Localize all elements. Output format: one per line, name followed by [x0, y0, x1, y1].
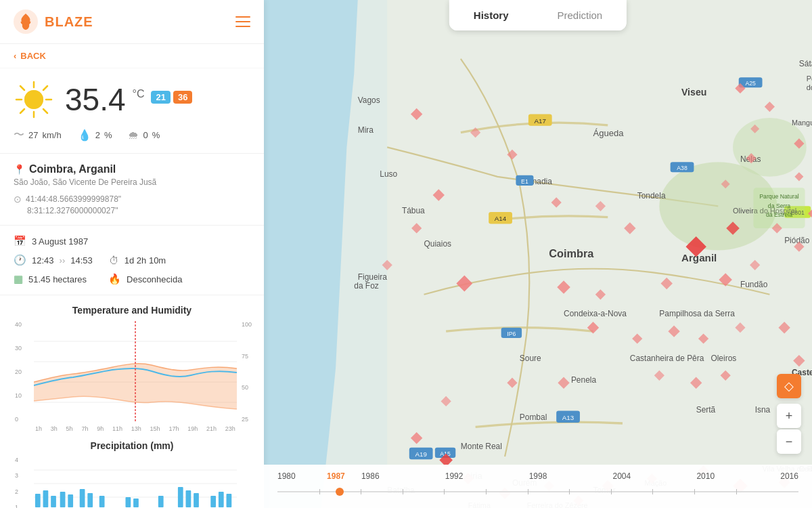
svg-rect-19 — [35, 494, 41, 507]
humidity-stat: 💧 2 % — [78, 129, 112, 142]
tick — [361, 489, 361, 494]
temp-humidity-chart: 403020100 100755025 — [34, 321, 237, 423]
svg-text:Tondela: Tondela — [637, 191, 666, 200]
svg-line-9 — [20, 109, 24, 113]
chart-x-labels: 1h3h5h7h9h11h13h15h17h19h21h23h — [34, 425, 237, 432]
svg-text:A19: A19 — [415, 450, 426, 458]
location-pin-icon: 📍 — [14, 164, 25, 175]
map-tabs: History Prediction — [449, 0, 627, 30]
tick — [736, 489, 737, 494]
svg-text:Sertã: Sertã — [696, 405, 716, 415]
svg-text:Figueira: Figueira — [358, 272, 387, 282]
svg-text:Penela: Penela — [571, 375, 597, 385]
svg-text:Mangualde: Mangualde — [792, 119, 812, 127]
back-button[interactable]: ‹ BACK — [0, 44, 264, 68]
svg-text:Monte Real: Monte Real — [461, 442, 502, 451]
active-year-label: 1987 — [327, 471, 345, 481]
logo-text: BLAZE — [45, 14, 93, 30]
svg-rect-29 — [158, 496, 164, 507]
duration: 1d 2h 10m — [125, 255, 166, 266]
svg-text:Luso: Luso — [380, 169, 397, 179]
svg-text:A25: A25 — [745, 80, 756, 87]
tick — [611, 489, 612, 494]
tick — [403, 489, 403, 494]
svg-text:Castanheira de Pêra: Castanheira de Pêra — [630, 354, 704, 363]
timeline-track[interactable]: 1987 — [277, 485, 798, 499]
svg-text:Mira: Mira — [358, 125, 374, 135]
tab-history[interactable]: History — [449, 0, 533, 30]
svg-rect-28 — [133, 499, 139, 507]
tab-prediction[interactable]: Prediction — [533, 0, 627, 30]
timeline-year-labels: 1980 1986 1992 1998 2004 2010 2016 — [277, 471, 798, 481]
svg-text:A14: A14 — [495, 215, 507, 222]
time-row: 🕐 12:43 ›› 14:53 ⏱ 1d 2h 10m — [14, 254, 250, 266]
tick — [569, 489, 570, 494]
coordinates-lon: 8:31:12.3276000000027" — [14, 206, 250, 215]
svg-text:Soure: Soure — [520, 354, 541, 363]
svg-text:da Estrela: da Estrela — [766, 211, 792, 218]
svg-text:Isna: Isna — [755, 405, 771, 415]
calendar-icon: 📅 — [14, 235, 26, 247]
svg-rect-26 — [99, 496, 105, 507]
location-section: 📍 Coimbra, Arganil São João, São Vicente… — [0, 154, 264, 226]
precipitation-unit: % — [152, 130, 160, 140]
svg-text:Parque Natural: Parque Natural — [759, 193, 799, 200]
wind-stat: 〜 27 km/h — [14, 128, 62, 142]
temperature-unit: °C — [133, 88, 145, 100]
precipitation-stat: 🌧 0 % — [128, 129, 160, 142]
charts-section: Temperature and Humidity — [0, 295, 264, 508]
hamburger-menu[interactable] — [235, 16, 250, 27]
svg-rect-32 — [194, 493, 199, 507]
svg-text:Pampilhosa da Serra: Pampilhosa da Serra — [659, 309, 735, 318]
left-panel: BLAZE ‹ BACK — [0, 0, 264, 508]
blaze-logo-icon — [14, 9, 38, 34]
svg-text:Vagos: Vagos — [358, 96, 380, 105]
fire-area: 51.45 hectares — [28, 274, 87, 284]
tick — [528, 489, 528, 494]
area-detail: ▦ 51.45 hectares — [14, 273, 87, 285]
back-label: BACK — [20, 51, 46, 61]
zoom-in-button[interactable]: + — [777, 404, 801, 428]
year-1998[interactable]: 1998 — [529, 471, 547, 481]
end-time: 14:53 — [70, 255, 93, 266]
year-2010[interactable]: 2010 — [696, 471, 715, 481]
year-1992[interactable]: 1992 — [445, 471, 464, 481]
temperature-area: 35.4 °C 21 36 — [65, 84, 192, 115]
svg-rect-20 — [43, 490, 49, 507]
start-time: 12:43 — [32, 255, 54, 266]
location-city: Coimbra, Arganil — [29, 163, 116, 175]
weather-main: 35.4 °C 21 36 — [14, 79, 250, 120]
wind-value: 27 — [28, 130, 38, 140]
svg-text:Pombal: Pombal — [520, 412, 547, 422]
tick — [444, 489, 445, 494]
back-chevron-icon: ‹ — [14, 51, 16, 61]
weather-section: 35.4 °C 21 36 〜 27 km/h 💧 2 % 🌧 0 — [0, 68, 264, 154]
svg-text:IP6: IP6 — [507, 331, 516, 337]
svg-rect-22 — [60, 492, 66, 507]
svg-line-6 — [20, 86, 24, 90]
layers-button[interactable]: ◇ — [777, 374, 801, 398]
precipitation-value: 0 — [143, 130, 148, 140]
svg-line-7 — [43, 109, 47, 113]
year-2004[interactable]: 2004 — [613, 471, 631, 481]
svg-text:da Foz: da Foz — [354, 281, 379, 291]
svg-text:A17: A17 — [535, 117, 546, 125]
coords-icon: ⊙ — [14, 194, 22, 205]
svg-rect-30 — [178, 487, 183, 507]
timeline-cursor[interactable]: 1987 — [336, 488, 344, 496]
map-panel: Águeda Viseu Nelas Mangualde Tondela Coi… — [264, 0, 812, 508]
fire-date: 3 August 1987 — [32, 236, 88, 247]
svg-text:A13: A13 — [562, 414, 574, 421]
year-1980[interactable]: 1980 — [277, 471, 296, 481]
svg-text:E1: E1 — [521, 178, 528, 185]
year-1986[interactable]: 1986 — [361, 471, 380, 481]
year-2016[interactable]: 2016 — [780, 471, 798, 481]
temp-humidity-chart-title: Temperature and Humidity — [14, 305, 250, 316]
zoom-out-button[interactable]: − — [777, 429, 801, 454]
svg-point-10 — [24, 90, 43, 109]
humidity-icon: 💧 — [78, 129, 91, 142]
rain-icon: 🌧 — [128, 129, 139, 142]
logo-area: BLAZE — [14, 9, 93, 34]
fire-cause-icon: 🔥 — [108, 273, 121, 285]
temp-range: 21 36 — [151, 91, 192, 104]
